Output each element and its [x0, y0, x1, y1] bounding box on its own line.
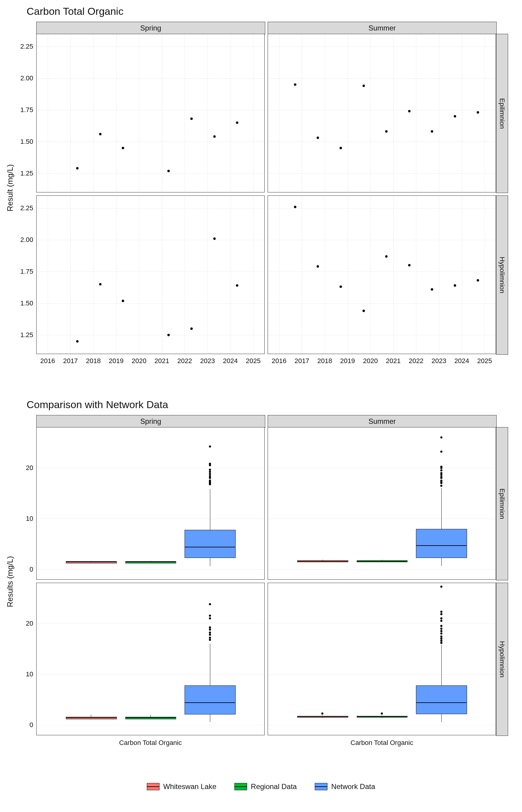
- data-point: [294, 83, 296, 86]
- chart2-title: Comparison with Network Data: [26, 399, 168, 410]
- chart2-ytick: 0: [18, 721, 33, 729]
- data-point: [385, 130, 387, 133]
- data-point: [122, 300, 124, 302]
- chart1-xtick: 2018: [318, 357, 332, 365]
- outlier-point: [209, 469, 211, 471]
- chart1-ytick: 1.50: [15, 299, 33, 307]
- chart1-title: Carbon Total Organic: [26, 5, 124, 17]
- chart1-col-strip-spring: Spring: [36, 22, 265, 35]
- box-network-data: [185, 686, 235, 714]
- outlier-point: [440, 466, 442, 468]
- chart1-xtick: 2022: [409, 357, 423, 365]
- outlier-point: [440, 450, 442, 452]
- data-point: [362, 310, 365, 312]
- chart1-xtick: 2019: [340, 357, 355, 365]
- data-point: [213, 135, 216, 138]
- chart2-ytick: 10: [18, 515, 33, 523]
- outlier-point: [440, 627, 442, 630]
- data-point: [385, 255, 387, 258]
- data-point: [99, 133, 101, 135]
- box-network-data: [416, 686, 467, 714]
- legend-label: Regional Data: [251, 783, 297, 791]
- chart1-facet-grid: SpringSummerEpilimnionHypolimnion1.251.5…: [36, 22, 507, 372]
- chart1-row-strip-epilimnion: Epilimnion: [496, 34, 508, 193]
- chart1-panel-summer-epilimnion: [268, 34, 496, 192]
- chart1-xtick: 2024: [223, 357, 238, 365]
- outlier-point: [440, 638, 442, 640]
- chart1-ytick: 1.25: [15, 331, 33, 339]
- chart2-panel-summer-hypolimnion: Carbon Total Organic: [268, 583, 496, 735]
- outlier-point: [440, 617, 442, 619]
- chart1-xtick: 2020: [363, 357, 378, 365]
- data-point: [340, 147, 342, 149]
- chart2-row-strip-epilimnion: Epilimnion: [496, 427, 508, 580]
- chart1-ytick: 1.50: [15, 138, 33, 146]
- outlier-point: [209, 636, 211, 638]
- chart1-panel-summer-hypolimnion: 2016201720182019202020212022202320242025: [268, 196, 496, 354]
- outlier-point: [440, 472, 442, 474]
- legend-swatch: [315, 783, 327, 790]
- data-point: [340, 285, 342, 288]
- chart2-col-strip-spring: Spring: [36, 415, 265, 428]
- chart1-xtick: 2023: [432, 357, 446, 365]
- outlier-point: [209, 615, 211, 617]
- chart1-xtick: 2019: [109, 357, 124, 365]
- chart2-row-strip-hypolimnion: Hypolimnion: [496, 583, 508, 736]
- chart2-xtick: Carbon Total Organic: [350, 739, 413, 747]
- data-point: [167, 334, 170, 336]
- data-point: [317, 265, 319, 268]
- data-point: [408, 264, 410, 266]
- chart1-xtick: 2025: [246, 357, 261, 365]
- legend-item-whiteswan-lake: Whiteswan Lake: [147, 783, 216, 791]
- chart2-panel-spring-epilimnion: 01020: [36, 427, 265, 580]
- chart1-xtick: 2020: [132, 357, 146, 365]
- chart1-ytick: 1.75: [15, 268, 33, 276]
- data-point: [236, 121, 238, 124]
- legend: Whiteswan LakeRegional DataNetwork Data: [0, 783, 522, 791]
- chart1-xtick: 2023: [200, 357, 215, 365]
- chart1-ytick: 1.75: [15, 106, 33, 114]
- chart2-facet-grid: SpringSummerEpilimnionHypolimnion0102001…: [36, 415, 507, 753]
- chart1-col-strip-summer: Summer: [268, 22, 497, 35]
- legend-label: Whiteswan Lake: [163, 783, 216, 791]
- data-point: [294, 206, 296, 208]
- outlier-point: [209, 627, 211, 629]
- outlier-point: [440, 620, 442, 622]
- data-point: [122, 147, 124, 149]
- legend-label: Network Data: [331, 783, 375, 791]
- data-point: [317, 137, 319, 139]
- data-point: [477, 111, 479, 114]
- outlier-point: [209, 631, 211, 633]
- data-point: [190, 118, 193, 120]
- outlier-point: [209, 445, 211, 447]
- chart1-xtick: 2022: [177, 357, 192, 365]
- box-network-data: [185, 530, 235, 558]
- data-point: [454, 115, 456, 118]
- outlier-point: [440, 640, 442, 642]
- data-point: [431, 288, 433, 290]
- chart1-xtick: 2016: [272, 357, 286, 365]
- outlier-point: [209, 471, 211, 473]
- chart1-xtick: 2017: [295, 357, 309, 365]
- chart1-xtick: 2024: [454, 357, 469, 365]
- chart2-panel-summer-epilimnion: [268, 427, 496, 580]
- legend-item-network-data: Network Data: [315, 783, 375, 791]
- outlier-point: [209, 477, 211, 479]
- chart2-ytick: 20: [18, 620, 33, 627]
- data-point: [431, 130, 433, 133]
- data-point: [99, 283, 101, 285]
- legend-item-regional-data: Regional Data: [235, 783, 297, 791]
- legend-swatch: [235, 783, 247, 790]
- data-point: [454, 284, 456, 287]
- outlier-point: [209, 628, 211, 630]
- outlier-point: [440, 469, 442, 471]
- chart2-ytick: 0: [18, 566, 33, 573]
- data-point: [477, 279, 479, 282]
- outlier-point: [440, 476, 442, 478]
- outlier-point: [440, 610, 442, 613]
- data-point: [167, 170, 170, 172]
- outlier-point: [440, 613, 442, 615]
- legend-swatch: [147, 783, 160, 790]
- chart1-ylabel: Result (mg/L): [5, 164, 15, 211]
- data-point: [190, 327, 193, 330]
